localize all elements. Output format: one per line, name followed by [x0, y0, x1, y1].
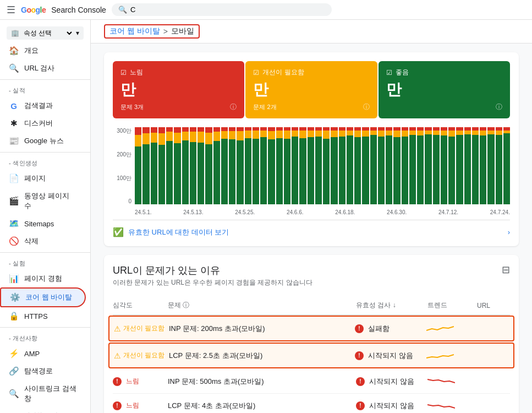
bar-warning-segment [448, 131, 455, 137]
bar-warning-segment [496, 131, 502, 135]
property-dropdown[interactable]: 🏢 속성 선택 ▾ [7, 26, 84, 40]
sidebar-item-pages[interactable]: 📄 페이지 [0, 170, 86, 187]
bar-warning-segment [276, 131, 283, 138]
sidebar-label-site-search: 사이트링크 검색창 [24, 384, 77, 404]
sidebar-item-page-experience[interactable]: 📊 페이지 경험 [0, 270, 86, 287]
bar-warning-segment [331, 131, 337, 138]
row2-validity: ! 시작되지 않음 [355, 351, 426, 361]
sidebar-item-breadcrumbs[interactable]: 🔗 탐색경로 [0, 362, 86, 380]
issues-subtitle: 이러한 문제가 있는 URL은 우수한 페이지 경험을 제공하지 않습니다 [113, 278, 312, 287]
chart-bar-group [213, 127, 220, 204]
chart-bar-group [503, 127, 510, 204]
sidebar-label-sitemaps: Sitemaps [24, 220, 54, 228]
divider-2 [0, 152, 90, 153]
valid-card-label: 좋음 [396, 68, 409, 77]
removals-icon: 🚫 [9, 236, 19, 246]
sidebar-item-discover[interactable]: ✱ 디스커버 [0, 115, 86, 132]
bar-warning-segment [174, 133, 180, 144]
error-card-sub: 문제 3개 [120, 103, 144, 111]
sidebar-label-url-inspect: URL 검사 [24, 63, 54, 73]
sidebar-item-overview[interactable]: 🏠 개요 [0, 42, 86, 59]
chart-bar-group [229, 127, 235, 204]
bar-valid-segment [182, 140, 189, 204]
hamburger-menu[interactable]: ☰ [7, 4, 15, 16]
bar-warning-segment [441, 131, 447, 136]
app-title: Search Console [51, 6, 106, 14]
row1-status-label: 개선이 필요함 [123, 324, 164, 333]
sidebar-item-core-web-vitals[interactable]: ⚙️ 코어 웹 바이탈 [0, 287, 86, 307]
news-icon: 📰 [9, 136, 19, 146]
bar-valid-segment [245, 138, 251, 204]
sidebar-item-site-search[interactable]: 🔍 사이트링크 검색창 [0, 380, 86, 407]
row3-issue: INP 문제: 500ms 초과(모바일) [168, 377, 356, 387]
x-label-5: 24.6.30. [387, 209, 407, 215]
table-row[interactable]: ⚠ 개선이 필요함 INP 문제: 200ms 초과(모바일) ! 실패함 [108, 316, 514, 341]
property-select[interactable]: 속성 선택 [21, 29, 74, 37]
chart-bar-group [472, 127, 479, 204]
bar-warning-segment [229, 131, 235, 139]
chart-bar-group [190, 127, 196, 204]
bar-warning-segment [182, 132, 189, 140]
filter-icon[interactable]: ⊟ [502, 264, 510, 276]
bar-valid-segment [487, 134, 494, 204]
sidebar-item-amp[interactable]: ⚡ AMP [0, 345, 86, 362]
sidebar-item-video-pages[interactable]: 🎬 동영상 페이지 수 [0, 187, 86, 215]
dropdown-chevron-icon: ▾ [76, 29, 79, 37]
bar-valid-segment [205, 144, 212, 204]
bar-valid-segment [229, 139, 235, 204]
col-header-url: URL [477, 302, 510, 309]
row4-validity: ! 시작되지 않음 [356, 401, 427, 411]
search-bar[interactable]: 🔍 [112, 3, 332, 16]
chart-bar-group [315, 127, 322, 204]
status-cards: ☑ 노림 만 문제 3개 ⓘ ☑ 개선이 필요함 [113, 61, 510, 118]
warning-circle-icon: ⓘ [363, 102, 370, 112]
breadcrumb-highlight: 코어 웹 바이탈 > 모바일 [104, 24, 200, 39]
row4-issue: LCP 문제: 4초 초과(모바일) [168, 401, 356, 411]
sidebar-item-search-results[interactable]: G 검색결과 [0, 97, 86, 115]
bar-valid-segment [480, 135, 486, 204]
chart-bar-group [237, 127, 243, 204]
sidebar-item-removals[interactable]: 🚫 삭제 [0, 232, 86, 250]
error-checkbox-icon: ☑ [120, 69, 127, 77]
bar-warning-segment [221, 131, 228, 139]
table-row[interactable]: ! 느림 LCP 문제: 4초 초과(모바일) ! 시작되지 않음 [113, 394, 510, 413]
bar-error-segment [182, 127, 189, 132]
bar-warning-segment [166, 132, 173, 141]
chart-bar-group [378, 127, 385, 204]
col-header-trend: 트렌드 [427, 301, 477, 310]
table-row[interactable]: ⚠ 개선이 필요함 LCP 문제: 2.5초 초과(모바일) ! 시작되지 않음 [108, 343, 514, 368]
chart-bar-group [456, 127, 463, 204]
row3-validity-text: 시작되지 않음 [369, 377, 414, 387]
amp-icon: ⚡ [9, 349, 19, 358]
bar-warning-segment [190, 132, 196, 142]
bar-warning-segment [245, 131, 251, 138]
row2-status-label: 개선이 필요함 [123, 351, 164, 360]
sidebar-item-url-inspect[interactable]: 🔍 URL 검사 [0, 59, 86, 77]
sidebar-item-sitemaps[interactable]: 🗺️ Sitemaps [0, 215, 86, 232]
breadcrumb-current: 모바일 [171, 26, 194, 36]
section-performance: - 실적 [0, 82, 90, 97]
breadcrumb-parent[interactable]: 코어 웹 바이탈 [109, 26, 160, 36]
chart-bar-group [409, 127, 416, 204]
sidebar-label-breadcrumbs: 탐색경로 [24, 366, 53, 376]
search-input[interactable] [130, 6, 325, 14]
row2-trend [426, 349, 476, 362]
chart-bar-group [386, 127, 392, 204]
valid-url-link[interactable]: ✅ 유효한 URL에 대한 데이터 보기 [113, 227, 229, 237]
row3-status: ! 느림 [113, 377, 168, 386]
row4-status: ! 느림 [113, 401, 168, 410]
bar-warning-segment [253, 131, 259, 139]
bar-valid-segment [472, 135, 479, 204]
bar-warning-segment [339, 131, 345, 137]
bar-warning-segment [378, 131, 385, 137]
table-row[interactable]: ! 느림 INP 문제: 500ms 초과(모바일) ! 시작되지 않음 [113, 369, 510, 394]
bar-valid-segment [213, 141, 220, 204]
bar-warning-segment [323, 131, 330, 139]
y-label-100: 100만 [117, 175, 131, 182]
bar-warning-segment [198, 132, 204, 143]
sidebar-item-google-news[interactable]: 📰 Google 뉴스 [0, 132, 86, 150]
bar-valid-segment [315, 137, 322, 204]
sidebar-item-https[interactable]: 🔒 HTTPS [0, 307, 86, 325]
sidebar-item-unparsable[interactable]: ❌ 파싱할 수 없는 구조화된 ... [0, 407, 86, 413]
bar-valid-segment [276, 138, 283, 204]
